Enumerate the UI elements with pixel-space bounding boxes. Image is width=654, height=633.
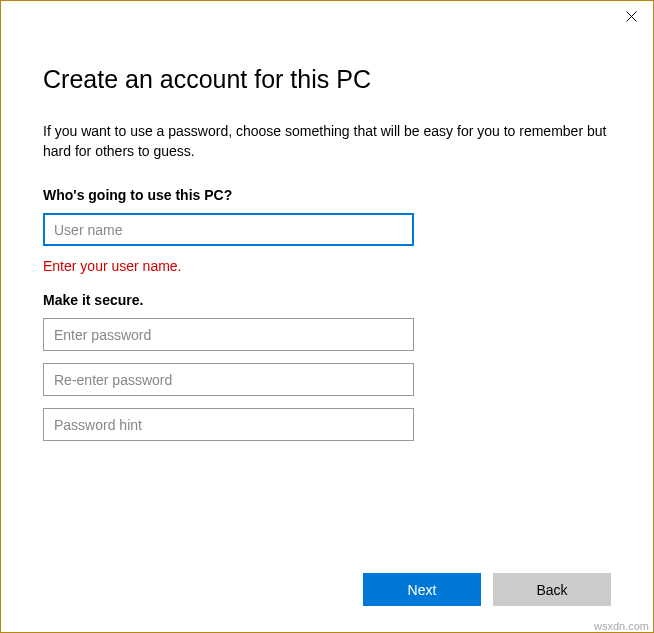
close-button[interactable]	[621, 6, 641, 26]
password-confirm-input[interactable]	[43, 363, 414, 396]
username-error: Enter your user name.	[43, 258, 611, 274]
secure-section-label: Make it secure.	[43, 292, 611, 308]
username-input[interactable]	[43, 213, 414, 246]
password-input[interactable]	[43, 318, 414, 351]
close-icon	[626, 11, 637, 22]
page-title: Create an account for this PC	[43, 65, 611, 94]
user-section-label: Who's going to use this PC?	[43, 187, 611, 203]
main-content: Create an account for this PC If you wan…	[1, 31, 653, 441]
page-description: If you want to use a password, choose so…	[43, 122, 611, 161]
button-row: Next Back	[363, 573, 611, 606]
next-button[interactable]: Next	[363, 573, 481, 606]
back-button[interactable]: Back	[493, 573, 611, 606]
titlebar	[1, 1, 653, 31]
watermark: wsxdn.com	[594, 620, 649, 632]
password-hint-input[interactable]	[43, 408, 414, 441]
